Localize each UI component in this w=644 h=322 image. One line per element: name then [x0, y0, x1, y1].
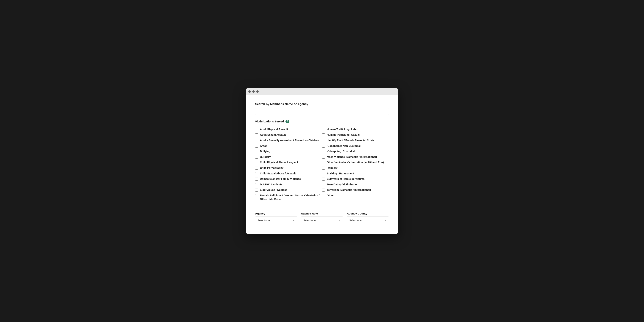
checkbox-item-other: Other — [322, 193, 389, 198]
label-other[interactable]: Other — [327, 194, 334, 198]
info-icon[interactable]: i — [286, 120, 289, 123]
label-identity-theft[interactable]: Identify Theft / Fraud / Financial Crisi… — [327, 139, 374, 142]
checkbox-arson[interactable] — [255, 144, 258, 148]
victimizations-label: Victimizations Served i — [255, 120, 389, 123]
checkbox-item-child-sexual-abuse: Child Sexual Abuse / Assault — [255, 171, 322, 176]
label-bullying[interactable]: Bullying — [260, 150, 270, 153]
checkbox-item-kidnapping-non-custodial: Kidnapping: Non-Custodial — [322, 143, 389, 149]
agency-county-group: Agency County Select one — [347, 212, 389, 224]
label-teen-dating[interactable]: Teen Dating Victimization — [327, 183, 358, 186]
checkbox-domestic-family-violence[interactable] — [255, 178, 258, 180]
label-other-vehicular[interactable]: Other Vehicular Victimization (ie: Hit a… — [327, 161, 384, 164]
label-child-pornography[interactable]: Child Pornography — [260, 166, 284, 170]
checkbox-child-sexual-abuse[interactable] — [255, 172, 258, 175]
checkbox-human-trafficking-sexual[interactable] — [322, 134, 325, 136]
checkbox-elder-abuse[interactable] — [255, 188, 258, 192]
agency-group: Agency Select one — [255, 212, 297, 224]
checkbox-kidnapping-non-custodial[interactable] — [322, 144, 325, 148]
checkbox-teen-dating[interactable] — [322, 183, 325, 186]
label-adult-sexual-assault[interactable]: Adult Sexual Assault — [260, 133, 286, 137]
checkbox-item-dui-dwi: DUI/DWI Incidents — [255, 182, 322, 188]
label-mass-violence[interactable]: Mass Violence (Domestic / International) — [327, 155, 377, 159]
checkbox-item-adults-sexually-assaulted: Adults Sexually Assaulted / Abused as Ch… — [255, 138, 322, 143]
checkbox-item-child-physical-abuse: Child Physical Abuse / Neglect — [255, 160, 322, 165]
checkbox-identity-theft[interactable] — [322, 139, 325, 142]
checkbox-item-kidnapping-custodial: Kidnapping: Custodial — [322, 149, 389, 154]
label-child-sexual-abuse[interactable]: Child Sexual Abuse / Assault — [260, 172, 296, 176]
checkbox-terrorism[interactable] — [322, 188, 325, 192]
traffic-light-maximize[interactable] — [256, 90, 259, 93]
checkbox-mass-violence[interactable] — [322, 156, 325, 158]
checkbox-item-elder-abuse: Elder Abuse / Neglect — [255, 187, 322, 193]
agency-label: Agency — [255, 212, 297, 215]
agency-role-label: Agency Role — [301, 212, 343, 215]
search-input[interactable] — [255, 108, 389, 115]
checkbox-item-adult-physical-assault: Adult Physical Assault — [255, 127, 322, 132]
checkboxes-grid: Adult Physical AssaultAdult Sexual Assau… — [255, 127, 389, 202]
label-kidnapping-non-custodial[interactable]: Kidnapping: Non-Custodial — [327, 144, 360, 148]
label-arson[interactable]: Arson — [260, 144, 268, 148]
label-human-trafficking-labor[interactable]: Human Trafficking: Labor — [327, 128, 358, 131]
checkbox-item-teen-dating: Teen Dating Victimization — [322, 182, 389, 188]
dropdowns-section: Agency Select one Agency Role Select one… — [255, 207, 389, 224]
checkbox-item-other-vehicular: Other Vehicular Victimization (ie: Hit a… — [322, 160, 389, 165]
checkbox-item-burglary: Burglary — [255, 154, 322, 160]
checkbox-stalking-harassment[interactable] — [322, 172, 325, 175]
checkbox-bullying[interactable] — [255, 150, 258, 153]
checkbox-item-human-trafficking-labor: Human Trafficking: Labor — [322, 127, 389, 132]
checkbox-item-identity-theft: Identify Theft / Fraud / Financial Crisi… — [322, 138, 389, 143]
checkbox-item-bullying: Bullying — [255, 149, 322, 154]
checkbox-racial-religious[interactable] — [255, 194, 258, 197]
checkbox-kidnapping-custodial[interactable] — [322, 150, 325, 153]
checkbox-adult-sexual-assault[interactable] — [255, 134, 258, 136]
label-burglary[interactable]: Burglary — [260, 155, 271, 159]
label-domestic-family-violence[interactable]: Domestic and/or Family Violence — [260, 177, 301, 181]
main-window: Search by Member's Name or Agency Victim… — [246, 88, 398, 234]
checkbox-child-physical-abuse[interactable] — [255, 161, 258, 164]
label-adults-sexually-assaulted[interactable]: Adults Sexually Assaulted / Abused as Ch… — [260, 139, 319, 142]
traffic-light-minimize[interactable] — [252, 90, 255, 93]
label-adult-physical-assault[interactable]: Adult Physical Assault — [260, 128, 288, 131]
agency-county-label: Agency County — [347, 212, 389, 215]
checkbox-dui-dwi[interactable] — [255, 183, 258, 186]
checkbox-human-trafficking-labor[interactable] — [322, 128, 325, 131]
checkbox-item-mass-violence: Mass Violence (Domestic / International) — [322, 154, 389, 160]
checkbox-item-human-trafficking-sexual: Human Trafficking: Sexual — [322, 132, 389, 138]
agency-role-select[interactable]: Select one — [301, 216, 343, 224]
label-child-physical-abuse[interactable]: Child Physical Abuse / Neglect — [260, 161, 298, 164]
checkbox-item-adult-sexual-assault: Adult Sexual Assault — [255, 132, 322, 138]
checkbox-item-arson: Arson — [255, 143, 322, 149]
label-survivors-homicide[interactable]: Survivors of Homicide Victims — [327, 177, 364, 181]
checkbox-item-robbery: Robbery — [322, 165, 389, 171]
checkbox-other-vehicular[interactable] — [322, 161, 325, 164]
checkbox-item-survivors-homicide: Survivors of Homicide Victims — [322, 176, 389, 182]
agency-select[interactable]: Select one — [255, 216, 297, 224]
agency-county-select[interactable]: Select one — [347, 216, 389, 224]
right-column: Human Trafficking: LaborHuman Traffickin… — [322, 127, 389, 202]
agency-role-group: Agency Role Select one — [301, 212, 343, 224]
label-terrorism[interactable]: Terrorism (Domestic / International) — [327, 188, 371, 192]
checkbox-item-stalking-harassment: Stalking / Harassment — [322, 171, 389, 176]
checkbox-item-terrorism: Terrorism (Domestic / International) — [322, 187, 389, 193]
search-label: Search by Member's Name or Agency — [255, 102, 389, 106]
label-kidnapping-custodial[interactable]: Kidnapping: Custodial — [327, 150, 354, 153]
label-dui-dwi[interactable]: DUI/DWI Incidents — [260, 183, 282, 186]
label-human-trafficking-sexual[interactable]: Human Trafficking: Sexual — [327, 133, 360, 137]
checkbox-other[interactable] — [322, 194, 325, 197]
titlebar — [246, 88, 398, 95]
checkbox-item-domestic-family-violence: Domestic and/or Family Violence — [255, 176, 322, 182]
checkbox-survivors-homicide[interactable] — [322, 178, 325, 180]
checkbox-item-child-pornography: Child Pornography — [255, 165, 322, 171]
checkbox-burglary[interactable] — [255, 156, 258, 158]
label-racial-religious[interactable]: Racial / Religious / Gender / Sexual Ori… — [260, 194, 322, 201]
label-stalking-harassment[interactable]: Stalking / Harassment — [327, 172, 354, 176]
label-elder-abuse[interactable]: Elder Abuse / Neglect — [260, 188, 286, 192]
checkbox-child-pornography[interactable] — [255, 166, 258, 170]
checkbox-robbery[interactable] — [322, 166, 325, 170]
left-column: Adult Physical AssaultAdult Sexual Assau… — [255, 127, 322, 202]
label-robbery[interactable]: Robbery — [327, 166, 338, 170]
traffic-light-close[interactable] — [248, 90, 251, 93]
checkbox-adults-sexually-assaulted[interactable] — [255, 139, 258, 142]
checkbox-adult-physical-assault[interactable] — [255, 128, 258, 131]
checkbox-item-racial-religious: Racial / Religious / Gender / Sexual Ori… — [255, 193, 322, 202]
